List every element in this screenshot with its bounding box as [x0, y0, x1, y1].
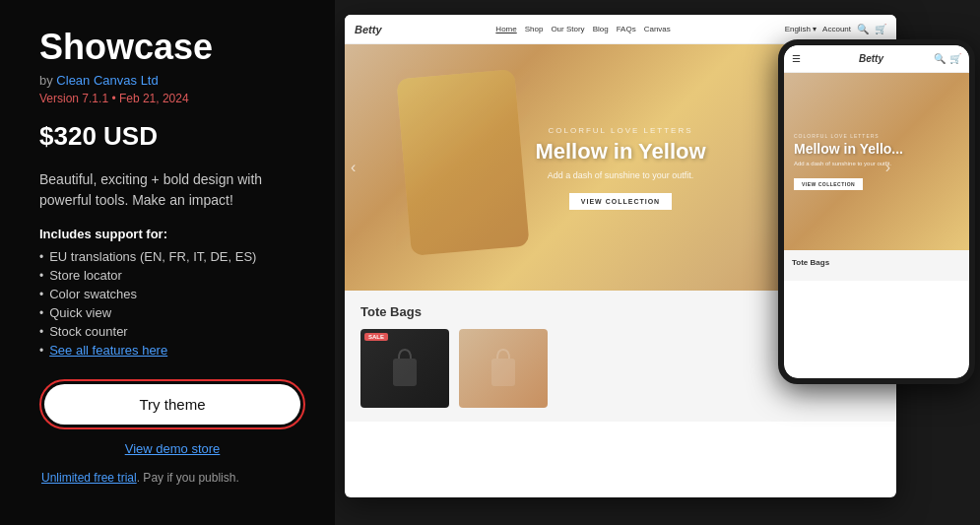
product-bag-icon — [385, 344, 425, 393]
list-item: Quick view — [39, 305, 305, 320]
nav-link-shop[interactable]: Shop — [525, 25, 544, 33]
mobile-inner: ☰ Betty 🔍 🛒 COLORFUL LOVE LETTERS Mellow… — [784, 45, 969, 378]
right-panel: Betty Home Shop Our Story Blog FAQs Canv… — [335, 0, 980, 525]
sale-badge: Sale — [364, 333, 388, 341]
hamburger-icon[interactable]: ☰ — [792, 53, 801, 64]
trial-text: Unlimited free trial. Pay if you publish… — [39, 471, 305, 485]
mobile-store-logo: Betty — [809, 53, 934, 64]
try-theme-wrapper: Try theme — [39, 379, 305, 429]
trial-link[interactable]: Unlimited free trial — [41, 471, 137, 485]
by-line: by Clean Canvas Ltd — [39, 73, 305, 88]
preview-container: Betty Home Shop Our Story Blog FAQs Canv… — [335, 0, 980, 525]
mobile-icons: 🔍 🛒 — [934, 53, 961, 64]
list-item: Stock counter — [39, 324, 305, 339]
mobile-navbar: ☰ Betty 🔍 🛒 — [784, 45, 969, 73]
nav-link-story[interactable]: Our Story — [551, 25, 584, 33]
view-demo-link[interactable]: View demo store — [125, 441, 221, 456]
cart-icon[interactable]: 🛒 — [875, 24, 886, 34]
author-link[interactable]: Clean Canvas Ltd — [56, 73, 158, 88]
hero-prev-arrow[interactable]: ‹ — [351, 159, 356, 176]
hero-title: Mellow in Yellow — [535, 139, 705, 164]
product-image: Sale — [360, 329, 449, 408]
svg-rect-2 — [491, 359, 515, 386]
mobile-hero-cta[interactable]: VIEW COLLECTION — [794, 178, 863, 190]
list-item: Store locator — [39, 268, 305, 283]
price-label: $320 USD — [39, 121, 305, 152]
product-bag-icon — [484, 344, 523, 393]
list-item-see-all[interactable]: See all features here — [39, 343, 305, 358]
mobile-products: Tote Bags — [784, 250, 969, 281]
mobile-hero-subtitle: COLORFUL LOVE LETTERS — [794, 133, 903, 139]
features-list: EU translations (EN, FR, IT, DE, ES) Sto… — [39, 249, 305, 361]
mobile-mockup: ☰ Betty 🔍 🛒 COLORFUL LOVE LETTERS Mellow… — [778, 39, 975, 384]
product-image — [459, 329, 548, 408]
nav-link-canvas[interactable]: Canvas — [644, 25, 671, 33]
nav-link-home[interactable]: Home — [495, 25, 516, 33]
product-card[interactable] — [459, 329, 548, 408]
list-item: EU translations (EN, FR, IT, DE, ES) — [39, 249, 305, 264]
mobile-hero-title: Mellow in Yello... — [794, 141, 903, 157]
account-link[interactable]: Account — [822, 25, 851, 33]
version-line: Version 7.1.1 • Feb 21, 2024 — [39, 92, 305, 105]
app-title: Showcase — [39, 28, 305, 67]
try-theme-button[interactable]: Try theme — [44, 384, 300, 425]
see-all-link[interactable]: See all features here — [49, 343, 167, 358]
left-panel: Showcase by Clean Canvas Ltd Version 7.1… — [0, 0, 335, 525]
list-item: Color swatches — [39, 287, 305, 301]
mobile-products-title: Tote Bags — [792, 258, 961, 267]
includes-label: Includes support for: — [39, 227, 305, 241]
search-icon[interactable]: 🔍 — [857, 24, 869, 34]
product-card[interactable]: Sale — [360, 329, 449, 408]
description-text: Beautiful, exciting + bold design with p… — [39, 169, 305, 211]
hero-subtitle: COLORFUL LOVE LETTERS — [535, 126, 705, 135]
svg-rect-1 — [393, 359, 417, 386]
nav-link-blog[interactable]: Blog — [593, 25, 609, 33]
hero-content: COLORFUL LOVE LETTERS Mellow in Yellow A… — [535, 126, 705, 210]
store-nav-links: Home Shop Our Story Blog FAQs Canvas — [390, 25, 777, 33]
trial-suffix: . Pay if you publish. — [137, 471, 239, 485]
store-nav-right: English ▾ Account 🔍 🛒 — [785, 24, 886, 34]
svg-rect-0 — [396, 69, 529, 256]
mobile-cart-icon[interactable]: 🛒 — [949, 53, 961, 64]
by-label: by — [39, 73, 53, 88]
hero-description: Add a dash of sunshine to your outfit. — [535, 170, 705, 180]
store-logo: Betty — [355, 24, 382, 35]
hero-cta-button[interactable]: VIEW COLLECTION — [569, 193, 672, 210]
language-selector[interactable]: English ▾ — [785, 25, 817, 33]
nav-link-faqs[interactable]: FAQs — [617, 25, 636, 33]
view-demo-container: View demo store — [39, 439, 305, 457]
mobile-search-icon[interactable]: 🔍 — [934, 53, 946, 64]
mobile-hero: COLORFUL LOVE LETTERS Mellow in Yello...… — [784, 73, 969, 250]
hero-bag-decoration — [396, 69, 529, 256]
hero-next-arrow[interactable]: › — [885, 159, 890, 176]
